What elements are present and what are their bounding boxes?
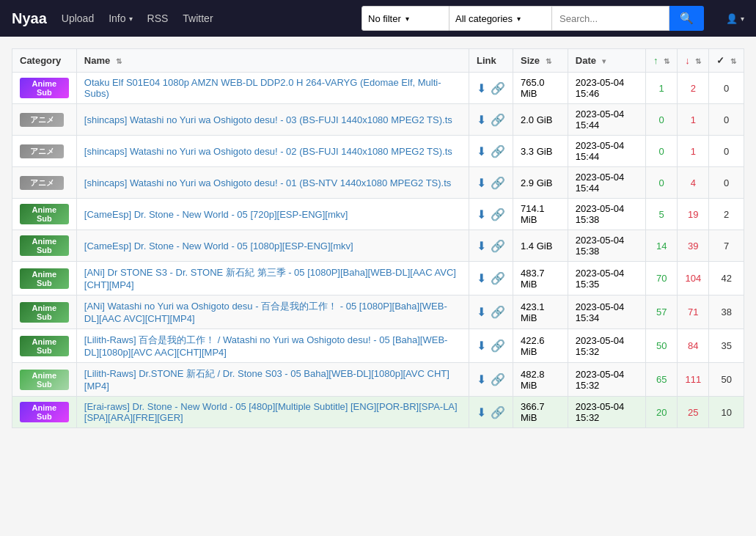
download-icon[interactable]: ⬇ [477, 405, 486, 419]
cell-name: [shincaps] Watashi no Yuri wa Oshigoto d… [76, 104, 469, 136]
cell-date: 2023-05-04 15:32 [568, 397, 645, 428]
download-icon[interactable]: ⬇ [477, 372, 486, 386]
download-icon[interactable]: ⬇ [477, 208, 486, 221]
category-badge: アニメ [20, 176, 64, 190]
cell-seeders: 1 [646, 73, 678, 104]
table-body: Anime SubOtaku Elf S01E04 1080p AMZN WEB… [12, 73, 744, 428]
table-row: アニメ[shincaps] Watashi no Yuri wa Oshigot… [12, 104, 744, 136]
download-icon[interactable]: ⬇ [477, 81, 486, 95]
col-seeders[interactable]: ↑ ⇅ [646, 49, 678, 73]
cell-leechers: 1 [678, 136, 709, 167]
cell-seeders: 14 [646, 230, 678, 262]
brand-logo[interactable]: Nyaa [12, 10, 47, 27]
category-badge: Anime Sub [20, 235, 69, 256]
cell-completed: 7 [709, 230, 744, 262]
torrent-name-link[interactable]: [shincaps] Watashi no Yuri wa Oshigoto d… [84, 177, 452, 188]
cell-date: 2023-05-04 15:35 [568, 262, 645, 295]
cell-link: ⬇🔗 [469, 397, 513, 428]
avatar-dropdown[interactable]: 👤 ▾ [726, 13, 744, 24]
cell-leechers: 39 [678, 230, 709, 262]
info-dropdown[interactable]: Info ▾ [109, 12, 132, 24]
cell-date: 2023-05-04 15:44 [568, 136, 645, 167]
col-link: Link [469, 49, 513, 73]
cell-size: 483.7 MiB [513, 262, 568, 295]
cell-size: 2.9 GiB [513, 167, 568, 199]
filter-chevron: ▾ [405, 15, 409, 23]
col-date[interactable]: Date ▾ [568, 49, 645, 73]
category-dropdown[interactable]: All categories ▾ [449, 6, 552, 31]
cell-leechers: 1 [678, 104, 709, 136]
search-button[interactable]: 🔍 [669, 6, 704, 31]
torrent-name-link[interactable]: [CameEsp] Dr. Stone - New World - 05 [10… [84, 241, 353, 252]
cell-completed: 0 [709, 167, 744, 199]
cell-category: Anime Sub [12, 262, 77, 295]
cell-seeders: 0 [646, 136, 678, 167]
torrent-name-link[interactable]: [ANi] Watashi no Yuri wa Oshigoto desu -… [84, 301, 447, 324]
category-badge: Anime Sub [20, 302, 69, 323]
cell-leechers: 19 [678, 199, 709, 230]
cell-link: ⬇🔗 [469, 262, 513, 295]
magnet-icon[interactable]: 🔗 [491, 208, 505, 221]
filter-label: No filter [368, 13, 401, 24]
twitter-link[interactable]: Twitter [183, 12, 213, 24]
col-completed[interactable]: ✓ ⇅ [709, 49, 744, 73]
category-badge: アニメ [20, 144, 64, 158]
torrent-name-link[interactable]: [ANi] Dr STONE S3 - Dr. STONE 新石紀 第三季 - … [84, 267, 456, 290]
download-icon[interactable]: ⬇ [477, 144, 486, 158]
magnet-icon[interactable]: 🔗 [491, 372, 505, 386]
table-row: Anime Sub[Lilith-Raws] 百合是我的工作！ / Watash… [12, 329, 744, 363]
download-icon[interactable]: ⬇ [477, 271, 486, 285]
magnet-icon[interactable]: 🔗 [491, 176, 505, 190]
cell-completed: 0 [709, 73, 744, 104]
cell-link: ⬇🔗 [469, 104, 513, 136]
torrent-name-link[interactable]: [Erai-raws] Dr. Stone - New World - 05 [… [84, 401, 458, 423]
magnet-icon[interactable]: 🔗 [491, 305, 505, 319]
col-leechers[interactable]: ↓ ⇅ [678, 49, 709, 73]
download-icon[interactable]: ⬇ [477, 239, 486, 253]
magnet-icon[interactable]: 🔗 [491, 339, 505, 353]
cell-seeders: 65 [646, 363, 678, 397]
category-badge: Anime Sub [20, 370, 69, 390]
name-sort-icon: ⇅ [116, 57, 122, 65]
category-label: All categories [455, 13, 513, 24]
torrent-name-link[interactable]: [Lilith-Raws] 百合是我的工作！ / Watashi no Yuri… [84, 334, 448, 358]
magnet-icon[interactable]: 🔗 [491, 81, 505, 95]
magnet-icon[interactable]: 🔗 [491, 405, 505, 419]
col-name[interactable]: Name ⇅ [76, 49, 469, 73]
cell-name: [Lilith-Raws] Dr.STONE 新石紀 / Dr. Stone S… [76, 363, 469, 397]
cell-date: 2023-05-04 15:38 [568, 199, 645, 230]
magnet-icon[interactable]: 🔗 [491, 239, 505, 253]
search-input[interactable] [552, 6, 669, 31]
torrent-name-link[interactable]: [CameEsp] Dr. Stone - New World - 05 [72… [84, 209, 348, 220]
col-size[interactable]: Size ⇅ [513, 49, 568, 73]
cell-name: [CameEsp] Dr. Stone - New World - 05 [10… [76, 230, 469, 262]
cell-completed: 38 [709, 295, 744, 329]
filter-dropdown[interactable]: No filter ▾ [362, 6, 449, 31]
table-header-row: Category Name ⇅ Link Size ⇅ Date ▾ [12, 49, 744, 73]
cell-date: 2023-05-04 15:32 [568, 363, 645, 397]
rss-link[interactable]: RSS [147, 12, 169, 24]
cell-link: ⬇🔗 [469, 73, 513, 104]
magnet-icon[interactable]: 🔗 [491, 113, 505, 127]
cell-category: アニメ [12, 167, 77, 199]
category-badge: アニメ [20, 113, 64, 127]
table-row: Anime Sub[Lilith-Raws] Dr.STONE 新石紀 / Dr… [12, 363, 744, 397]
download-icon[interactable]: ⬇ [477, 113, 486, 127]
cell-category: アニメ [12, 136, 77, 167]
cell-name: [Erai-raws] Dr. Stone - New World - 05 [… [76, 397, 469, 428]
cell-category: Anime Sub [12, 397, 77, 428]
torrent-name-link[interactable]: Otaku Elf S01E04 1080p AMZN WEB-DL DDP2.… [84, 77, 441, 99]
download-icon[interactable]: ⬇ [477, 339, 486, 353]
torrent-name-link[interactable]: [Lilith-Raws] Dr.STONE 新石紀 / Dr. Stone S… [84, 368, 449, 392]
upload-link[interactable]: Upload [62, 12, 94, 24]
download-icon[interactable]: ⬇ [477, 176, 486, 190]
magnet-icon[interactable]: 🔗 [491, 144, 505, 158]
torrent-name-link[interactable]: [shincaps] Watashi no Yuri wa Oshigoto d… [84, 146, 452, 157]
download-icon[interactable]: ⬇ [477, 305, 486, 319]
torrent-name-link[interactable]: [shincaps] Watashi no Yuri wa Oshigoto d… [84, 114, 452, 125]
category-chevron: ▾ [517, 15, 521, 23]
cell-size: 423.1 MiB [513, 295, 568, 329]
magnet-icon[interactable]: 🔗 [491, 271, 505, 285]
table-row: Anime Sub[ANi] Watashi no Yuri wa Oshigo… [12, 295, 744, 329]
table-row: Anime Sub[CameEsp] Dr. Stone - New World… [12, 199, 744, 230]
